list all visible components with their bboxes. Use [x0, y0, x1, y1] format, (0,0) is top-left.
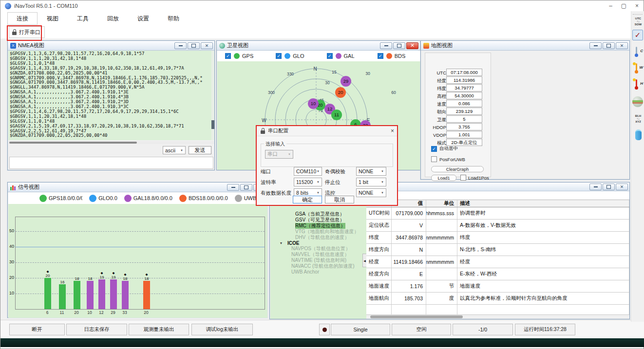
- gal-checkbox[interactable]: ✓: [327, 53, 333, 59]
- thermometer-c-icon[interactable]: C: [632, 46, 644, 57]
- dialog-select-6[interactable]: NONE▼: [356, 188, 386, 197]
- tree-item-8[interactable]: NAVVEL（导航信息速度）: [291, 252, 349, 257]
- table-row-7[interactable]: 地面速度1.176节地面速度: [366, 280, 629, 293]
- dialog-select-2[interactable]: NONE▼: [356, 167, 386, 176]
- nmea-minimize-button[interactable]: [174, 42, 187, 49]
- table-row-2[interactable]: 定位状态VA-数据有效，V-数据无效: [366, 220, 629, 232]
- tree-item-10[interactable]: NAVACC (导航信息的加速度): [291, 263, 355, 269]
- map-field-value-10: 2D-单点定位: [446, 139, 482, 146]
- tree-item-4[interactable]: VTG（地面航向和地面速度）: [295, 229, 359, 235]
- chevron-down-icon: ▼: [381, 181, 384, 184]
- menu-item-5[interactable]: 设置: [128, 13, 158, 24]
- tree-item-11[interactable]: UWB Anchor: [291, 269, 319, 275]
- map-maximize-button[interactable]: [603, 42, 615, 49]
- dialog-select-3[interactable]: 115200▼: [294, 178, 322, 186]
- load1-pos-checkbox[interactable]: Load1Pos: [460, 175, 489, 181]
- menu-item-1[interactable]: 连接: [7, 12, 38, 25]
- map-window-titlebar[interactable]: 地图视图 ✕: [421, 41, 629, 51]
- satellite-dot-gal-29[interactable]: 29: [341, 76, 351, 87]
- serial-dialog-close-icon[interactable]: ×: [391, 128, 394, 134]
- tree-item-2[interactable]: GSV（可见卫星信息）: [295, 217, 344, 223]
- satellite-dot-gal-10[interactable]: 10: [308, 98, 319, 109]
- satellite-dot-bds-20[interactable]: 20: [335, 87, 346, 98]
- table-cell: 度: [426, 293, 457, 304]
- dialog-select-4[interactable]: 1 bit▼: [356, 178, 386, 186]
- satellite-minimize-button[interactable]: [380, 42, 392, 49]
- dialog-select-1[interactable]: COM110▼: [294, 167, 322, 176]
- satellite-window-titlebar[interactable]: 卫星视图 ✕: [217, 41, 420, 51]
- status-segment-8: -1/0: [453, 324, 513, 335]
- blh-xyz-converter-icon[interactable]: BLH↑↓XYZ: [632, 114, 644, 123]
- system-toggle-bds[interactable]: ✓BDS: [378, 53, 420, 59]
- table-row-3[interactable]: 纬度3447.86978ddmm.mmmmmmm纬度: [366, 232, 629, 244]
- thermometer-h-icon[interactable]: H: [632, 78, 644, 90]
- tree-item-9[interactable]: NAVTIME (导航信息时间): [291, 257, 346, 263]
- tree-item-7[interactable]: NAVPOS（导航信息位置）: [291, 246, 350, 252]
- detail-maximize-button[interactable]: [603, 184, 615, 190]
- nmea-maximize-button[interactable]: [188, 42, 200, 49]
- encoding-select[interactable]: ascii▼: [163, 146, 186, 154]
- table-row-9[interactable]: [366, 305, 629, 315]
- bds-checkbox[interactable]: ✓: [378, 53, 383, 59]
- table-row-1[interactable]: UTC时间071709.000hhmmss.sss协调世界时: [366, 207, 629, 220]
- menu-item-2[interactable]: 视图: [38, 13, 68, 24]
- tree-item-3[interactable]: RMC（推荐定位信息）: [295, 223, 345, 229]
- thermometer-w-icon[interactable]: W: [632, 62, 644, 74]
- dialog-cancel-button[interactable]: 取消: [325, 196, 354, 203]
- serial-dialog-titlebar[interactable]: 串口配置 ×: [257, 126, 397, 136]
- send-button[interactable]: 发送: [189, 146, 211, 154]
- clear-graph-button[interactable]: ClearGraph: [431, 166, 484, 172]
- detail-minimize-button[interactable]: [589, 184, 602, 190]
- nmea-window-titlebar[interactable]: X NMEA视图 ✕: [8, 41, 214, 51]
- used-in-fix-diamond: ◆: [120, 273, 130, 276]
- snr-bar-29: [110, 279, 117, 309]
- system-toggle-gal[interactable]: ✓GAL: [327, 53, 370, 59]
- table-horizontal-scrollbar[interactable]: [366, 315, 629, 319]
- tree-item-5[interactable]: DHV（导航信息的速度）: [295, 235, 349, 240]
- open-serial-button[interactable]: 打开串口: [9, 26, 45, 38]
- satellite-close-button[interactable]: ✕: [406, 42, 418, 49]
- minimize-button[interactable]: –: [604, 1, 617, 11]
- table-row-6[interactable]: 经度方向EE-东经，W-西经: [366, 268, 629, 280]
- table-row-8[interactable]: 地面航向185.703度以真北为参考标准，沿顺时针方向至航向的角度: [366, 293, 629, 305]
- menu-item-3[interactable]: 工具: [68, 13, 98, 24]
- input-type-select[interactable]: 串口▼: [265, 150, 293, 159]
- menu-item-4[interactable]: 回放: [98, 13, 128, 24]
- maximize-button[interactable]: ▢: [617, 1, 630, 11]
- load1-button[interactable]: Load1: [431, 175, 456, 181]
- dialog-label-1: 端口: [261, 168, 271, 175]
- table-row-5[interactable]: 经度11419.18466dddmm.mmmmmmm经度: [366, 256, 629, 268]
- confirm-check-icon[interactable]: ✓: [632, 30, 644, 40]
- satellite-maximize-button[interactable]: [393, 42, 405, 49]
- map-minimize-button[interactable]: [589, 42, 602, 49]
- nmea-close-button[interactable]: ✕: [201, 42, 213, 49]
- scrollbar-thumb[interactable]: [370, 315, 463, 318]
- dialog-ok-button[interactable]: 确定: [293, 196, 322, 203]
- tree-chevron-icon[interactable]: ▾: [280, 240, 282, 246]
- globe-icon[interactable]: [632, 96, 644, 107]
- gps-checkbox[interactable]: ✓: [225, 53, 231, 59]
- glo-checkbox[interactable]: ✓: [276, 53, 282, 59]
- menu-item-6[interactable]: 帮助: [158, 13, 189, 24]
- system-toggle-gps[interactable]: ✓GPS: [225, 53, 268, 59]
- cylinder-icon[interactable]: [632, 129, 644, 140]
- snr-bar-12: [98, 279, 105, 309]
- system-toggle-glo[interactable]: ✓GLO: [276, 53, 319, 59]
- send-input[interactable]: [9, 157, 213, 169]
- signal-maximize-button[interactable]: [240, 184, 252, 191]
- signal-window-titlebar[interactable]: 信号视图 ✕: [8, 183, 267, 192]
- detail-close-button[interactable]: ✕: [616, 184, 628, 190]
- table-row-4[interactable]: 纬度方向NN-北纬，S-南纬: [366, 244, 629, 256]
- gridline-30: [16, 262, 265, 263]
- satellite-dot-gps-11[interactable]: 11: [331, 110, 342, 120]
- nmea-horizontal-scrollbar[interactable]: [8, 141, 214, 144]
- nmea-text-area[interactable]: $GPGSV,1,1,3,6,27,98,20,11,57,72,16,20,6…: [8, 51, 211, 140]
- nmea-vertical-scrollbar[interactable]: [211, 51, 214, 140]
- tree-item-1[interactable]: GSA（当前卫星信息）: [295, 211, 344, 217]
- signal-minimize-button[interactable]: [227, 184, 239, 191]
- close-button[interactable]: ×: [630, 1, 644, 11]
- utc-sow-converter-icon[interactable]: UTC↑↓SOW: [632, 17, 644, 26]
- map-checkbox-1[interactable]: ✓自动居中: [431, 146, 458, 152]
- map-close-button[interactable]: ✕: [616, 42, 628, 49]
- map-checkbox-2[interactable]: PosForUWB: [431, 156, 465, 162]
